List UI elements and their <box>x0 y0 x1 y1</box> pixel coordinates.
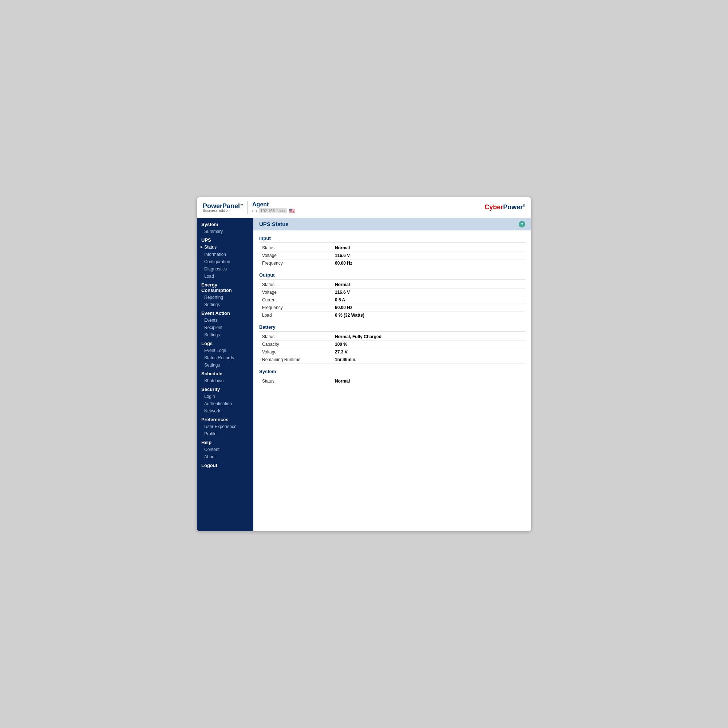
help-icon[interactable]: ? <box>519 221 525 228</box>
sidebar-header-schedule: Schedule <box>197 369 253 377</box>
sidebar-item-shutdown[interactable]: Shutdown <box>197 377 253 384</box>
sidebar-item-load[interactable]: Load <box>197 273 253 280</box>
battery-capacity-label: Capacity <box>262 342 335 347</box>
sidebar-header-preferences: Preferences <box>197 414 253 423</box>
system-status-row: Status Normal <box>259 378 525 385</box>
header-divider <box>248 201 248 214</box>
section-input-title: Input <box>259 233 525 243</box>
input-frequency-value: 60.00 Hz <box>335 261 352 266</box>
sidebar-item-logs-settings[interactable]: Settings <box>197 361 253 369</box>
sidebar-item-events[interactable]: Events <box>197 317 253 324</box>
input-status-row: Status Normal <box>259 244 525 252</box>
sidebar-item-reporting[interactable]: Reporting <box>197 294 253 301</box>
output-current-label: Current <box>262 297 335 303</box>
header-agent: Agent on 192.168.1.xxx 🇺🇸 <box>252 201 295 214</box>
output-voltage-value: 116.6 V <box>335 290 350 295</box>
sidebar-item-summary[interactable]: Summary <box>197 228 253 235</box>
header: PowerPanel™ Business Edition Agent on 19… <box>197 197 531 218</box>
sidebar-item-event-settings[interactable]: Settings <box>197 331 253 338</box>
battery-capacity-value: 100 % <box>335 342 347 347</box>
content-body: Input Status Normal Voltage 116.6 V Freq… <box>253 230 531 391</box>
agent-subtitle: on 192.168.1.xxx 🇺🇸 <box>252 208 295 214</box>
output-voltage-label: Voltage <box>262 290 335 295</box>
output-load-label: Load <box>262 313 335 318</box>
agent-host: 192.168.1.xxx <box>259 208 287 213</box>
output-frequency-value: 60.00 Hz <box>335 305 352 310</box>
sidebar-item-configuration[interactable]: Configuration <box>197 258 253 265</box>
input-frequency-row: Frequency 60.00 Hz <box>259 260 525 267</box>
output-load-row: Load 6 % (32 Watts) <box>259 312 525 319</box>
battery-voltage-value: 27.3 V <box>335 349 348 355</box>
brand-power: Power <box>503 203 523 211</box>
input-voltage-value: 116.6 V <box>335 253 350 258</box>
sidebar-header-energy: EnergyConsumption <box>197 280 253 294</box>
output-load-value: 6 % (32 Watts) <box>335 313 364 318</box>
sidebar-item-event-logs[interactable]: Event Logs <box>197 347 253 354</box>
sidebar-item-information[interactable]: Information <box>197 251 253 258</box>
content-area: UPS Status ? Input Status Normal Voltage… <box>253 218 531 531</box>
battery-runtime-value: 1hr.46min. <box>335 357 356 362</box>
output-frequency-label: Frequency <box>262 305 335 310</box>
sidebar-header-security: Security <box>197 384 253 393</box>
battery-voltage-row: Voltage 27.3 V <box>259 348 525 356</box>
output-current-value: 0.5 A <box>335 297 345 303</box>
battery-status-row: Status Normal, Fully Charged <box>259 333 525 341</box>
sidebar-item-diagnostics[interactable]: Diagnostics <box>197 265 253 273</box>
sidebar-item-status[interactable]: Status <box>197 243 253 251</box>
sidebar-header-event: Event Action <box>197 308 253 317</box>
brand-cyber: Cyber <box>485 203 503 211</box>
section-system-title: System <box>259 367 525 376</box>
output-status-label: Status <box>262 282 335 287</box>
output-status-row: Status Normal <box>259 281 525 289</box>
sidebar-header-help: Help <box>197 437 253 446</box>
page-title: UPS Status <box>259 221 289 227</box>
sidebar-item-authentication[interactable]: Authentication <box>197 400 253 407</box>
main-layout: System Summary UPS Status Information Co… <box>197 218 531 531</box>
input-voltage-row: Voltage 116.6 V <box>259 252 525 260</box>
input-voltage-label: Voltage <box>262 253 335 258</box>
input-frequency-label: Frequency <box>262 261 335 266</box>
sidebar-item-recipient[interactable]: Recipient <box>197 324 253 331</box>
system-status-label: Status <box>262 379 335 384</box>
logo-tm: ™ <box>240 203 243 207</box>
section-battery-title: Battery <box>259 322 525 332</box>
input-status-value: Normal <box>335 245 350 251</box>
logo: PowerPanel™ Business Edition <box>203 202 243 213</box>
battery-runtime-label: Remaining Runtime <box>262 357 335 362</box>
battery-capacity-row: Capacity 100 % <box>259 341 525 348</box>
section-output-title: Output <box>259 270 525 280</box>
sidebar-header-logs: Logs <box>197 338 253 347</box>
content-header: UPS Status ? <box>253 218 531 230</box>
sidebar-header-ups: UPS <box>197 235 253 243</box>
sidebar: System Summary UPS Status Information Co… <box>197 218 253 531</box>
sidebar-item-network[interactable]: Network <box>197 407 253 414</box>
section-input: Input Status Normal Voltage 116.6 V Freq… <box>259 233 525 267</box>
sidebar-header-system: System <box>197 219 253 228</box>
sidebar-item-about[interactable]: About <box>197 453 253 460</box>
app-container: PowerPanel™ Business Edition Agent on 19… <box>197 197 531 531</box>
sidebar-logout[interactable]: Logout <box>197 460 253 470</box>
battery-runtime-row: Remaining Runtime 1hr.46min. <box>259 356 525 364</box>
sidebar-item-login[interactable]: Login <box>197 393 253 400</box>
flag-icon: 🇺🇸 <box>289 208 295 214</box>
sidebar-item-user-experience[interactable]: User Experience <box>197 423 253 430</box>
input-status-label: Status <box>262 245 335 251</box>
brand: CyberPower® <box>485 203 525 211</box>
system-status-value: Normal <box>335 379 350 384</box>
sidebar-item-status-records[interactable]: Status Records <box>197 354 253 361</box>
sidebar-item-energy-settings[interactable]: Settings <box>197 301 253 308</box>
section-battery: Battery Status Normal, Fully Charged Cap… <box>259 322 525 364</box>
output-frequency-row: Frequency 60.00 Hz <box>259 304 525 312</box>
agent-title: Agent <box>252 201 295 208</box>
output-status-value: Normal <box>335 282 350 287</box>
battery-status-label: Status <box>262 334 335 339</box>
output-current-row: Current 0.5 A <box>259 296 525 304</box>
output-voltage-row: Voltage 116.6 V <box>259 289 525 296</box>
section-output: Output Status Normal Voltage 116.6 V Cur… <box>259 270 525 319</box>
sidebar-item-content[interactable]: Content <box>197 446 253 453</box>
sidebar-item-profile[interactable]: Profile <box>197 430 253 437</box>
battery-voltage-label: Voltage <box>262 349 335 355</box>
battery-status-value: Normal, Fully Charged <box>335 334 381 339</box>
agent-on-label: on <box>252 209 257 213</box>
brand-reg: ® <box>523 204 525 208</box>
